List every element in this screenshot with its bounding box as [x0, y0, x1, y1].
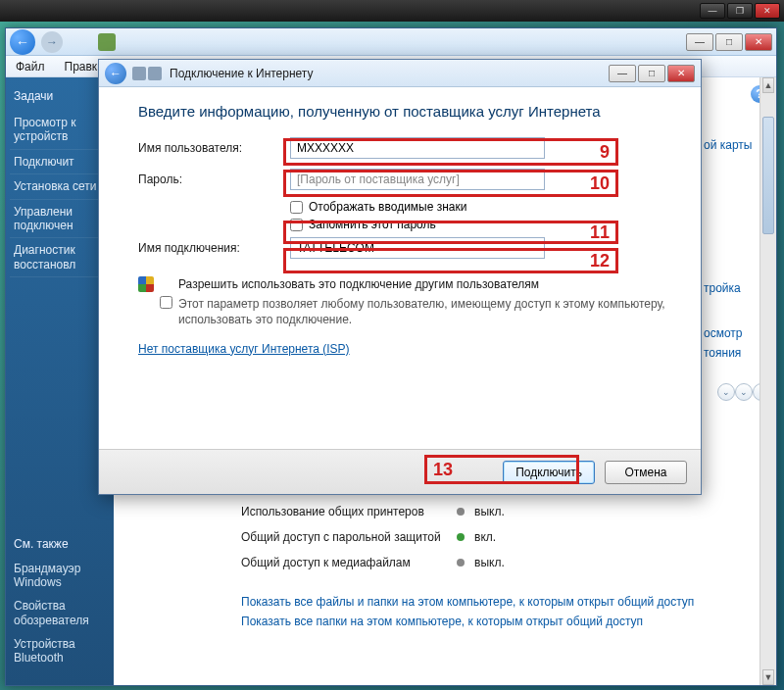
main-close-button[interactable]: ✕	[745, 33, 772, 51]
sharing-row: Общий доступ с парольной защитой вкл.	[241, 524, 770, 550]
dialog-window-controls: — □ ✕	[607, 65, 695, 82]
status-dot-icon	[457, 559, 465, 567]
taskbar-min-button[interactable]: —	[700, 3, 725, 19]
allow-text: Разрешить использовать это подключение д…	[178, 276, 673, 328]
sharing-links: Показать все файлы и папки на этом компь…	[241, 595, 770, 628]
main-titlebar: ← → — □ ✕	[6, 28, 776, 56]
main-min-button[interactable]: —	[686, 33, 713, 51]
allow-title: Разрешить использовать это подключение д…	[178, 277, 539, 291]
allow-others-checkbox[interactable]	[160, 276, 172, 328]
row-remember: Запомнить этот пароль	[290, 218, 673, 231]
main-max-button[interactable]: □	[715, 33, 743, 51]
dialog-footer: 13 Подключить Отмена	[99, 449, 701, 494]
expand-chevron-icon[interactable]: ⌄	[735, 383, 753, 401]
password-input[interactable]	[290, 169, 545, 190]
sidebar-item[interactable]: Управлени подключен	[10, 200, 110, 239]
address-icon	[98, 33, 116, 51]
status-dot-icon	[457, 508, 465, 516]
sidebar-footer-item[interactable]: Свойства обозревателя	[10, 594, 110, 632]
sharing-block: Использование общих принтеров выкл. Общи…	[241, 499, 770, 634]
expand-chevron-icon[interactable]: ⌄	[717, 383, 735, 401]
row-conn-name: Имя подключения:	[138, 237, 673, 259]
nav-forward-button[interactable]: →	[41, 31, 63, 53]
dialog-back-button[interactable]: ←	[105, 63, 126, 84]
sidebar-footer-item[interactable]: Устройства Bluetooth	[10, 632, 110, 670]
desktop-taskbar: — ❐ ✕	[0, 0, 784, 22]
dialog-title-icons	[132, 67, 162, 80]
row-show-chars: Отображать вводимые знаки	[290, 200, 673, 214]
sidebar-footer: См. также Брандмауэр Windows Свойства об…	[10, 532, 110, 670]
monitor-icon	[148, 67, 162, 80]
label-username: Имя пользователя:	[138, 141, 290, 155]
shield-icon	[138, 276, 154, 292]
conn-name-input[interactable]	[290, 237, 545, 259]
sharing-state: выкл.	[474, 505, 505, 518]
username-input[interactable]	[290, 137, 545, 159]
label-password: Пароль:	[138, 172, 290, 186]
scroll-down-icon[interactable]: ▼	[762, 669, 774, 685]
remember-checkbox[interactable]	[290, 219, 303, 231]
sidebar-item[interactable]: Просмотр к устройств	[10, 111, 110, 150]
label-show-chars: Отображать вводимые знаки	[309, 200, 466, 214]
sharing-state: выкл.	[474, 556, 505, 569]
dialog-min-button[interactable]: —	[609, 65, 636, 82]
sharing-label: Общий доступ к медиафайлам	[241, 556, 457, 569]
row-password: Пароль:	[138, 169, 673, 190]
menu-file[interactable]: Файл	[6, 60, 55, 74]
show-chars-checkbox[interactable]	[290, 201, 303, 214]
main-window-controls: — □ ✕	[684, 33, 772, 51]
dialog-heading: Введите информацию, полученную от постав…	[138, 103, 673, 120]
connect-button[interactable]: Подключить	[503, 461, 595, 484]
callout-num: 13	[433, 460, 453, 480]
dialog-titlebar: ← Подключение к Интернету — □ ✕	[99, 60, 701, 87]
sharing-row: Общий доступ к медиафайлам выкл.	[241, 550, 770, 575]
taskbar-close-button[interactable]: ✕	[755, 3, 780, 19]
allow-sub: Этот параметр позволяет любому пользоват…	[178, 296, 673, 327]
sidebar-title: Задачи	[10, 85, 110, 111]
dialog-close-button[interactable]: ✕	[667, 65, 695, 82]
scrollbar[interactable]: ▲ ▼	[760, 77, 776, 685]
sidebar-footer-title: См. также	[10, 532, 110, 556]
dialog-max-button[interactable]: □	[638, 65, 665, 82]
nav-back-button[interactable]: ←	[10, 29, 35, 55]
sharing-label: Использование общих принтеров	[241, 505, 457, 518]
row-username: Имя пользователя:	[138, 137, 673, 159]
connect-internet-dialog: ← Подключение к Интернету — □ ✕ Введите …	[98, 59, 702, 495]
no-isp-link[interactable]: Нет поставщика услуг Интернета (ISP)	[138, 342, 350, 356]
globe-icon	[132, 67, 146, 80]
scroll-thumb[interactable]	[762, 117, 774, 234]
dialog-body: Введите информацию, полученную от постав…	[99, 87, 701, 369]
label-conn-name: Имя подключения:	[138, 241, 290, 255]
taskbar-restore-button[interactable]: ❐	[727, 3, 753, 19]
dialog-title: Подключение к Интернету	[170, 67, 314, 80]
sidebar-footer-item[interactable]: Брандмауэр Windows	[10, 557, 110, 595]
sidebar-item[interactable]: Диагностик восстановл	[10, 238, 110, 277]
shared-files-link[interactable]: Показать все файлы и папки на этом компь…	[241, 595, 770, 609]
label-remember: Запомнить этот пароль	[309, 218, 436, 231]
shared-folders-link[interactable]: Показать все папки на этом компьютере, к…	[241, 615, 770, 628]
scroll-up-icon[interactable]: ▲	[762, 77, 774, 93]
sidebar-item[interactable]: Подключит	[10, 150, 110, 174]
sharing-label: Общий доступ с парольной защитой	[241, 530, 457, 544]
sharing-row: Использование общих принтеров выкл.	[241, 499, 770, 524]
status-dot-icon	[457, 533, 465, 541]
sharing-state: вкл.	[474, 530, 496, 544]
sidebar-item[interactable]: Установка сети	[10, 174, 110, 199]
cancel-button[interactable]: Отмена	[605, 461, 687, 484]
allow-block: Разрешить использовать это подключение д…	[138, 276, 673, 328]
